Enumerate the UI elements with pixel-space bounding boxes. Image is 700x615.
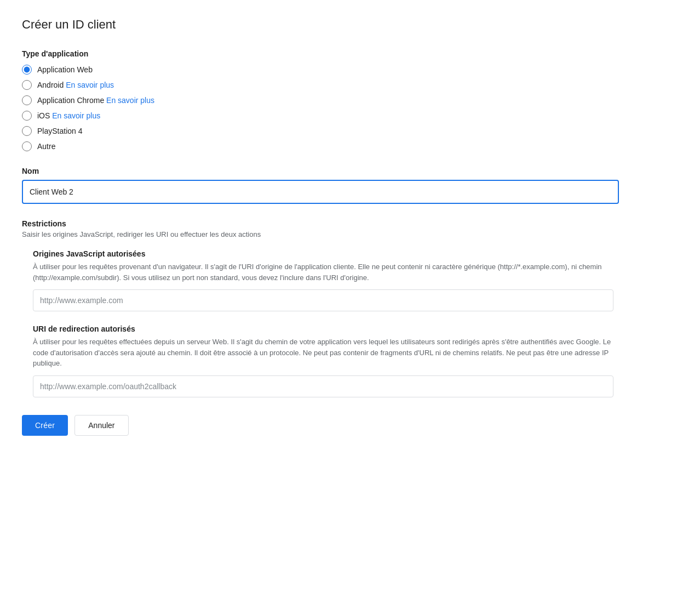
radio-label-ps4: PlayStation 4 — [37, 127, 83, 135]
radio-ios[interactable] — [22, 111, 32, 121]
radio-item-chrome[interactable]: Application Chrome En savoir plus — [22, 95, 678, 105]
js-origins-desc: À utiliser pour les requêtes provenant d… — [33, 261, 613, 283]
learn-more-chrome[interactable]: En savoir plus — [106, 96, 154, 105]
radio-ps4[interactable] — [22, 126, 32, 136]
radio-label-web: Application Web — [37, 65, 93, 74]
js-origins-section: Origines JavaScript autorisées À utilise… — [22, 249, 678, 311]
radio-chrome[interactable] — [22, 95, 32, 105]
radio-item-android[interactable]: Android En savoir plus — [22, 80, 678, 90]
radio-item-other[interactable]: Autre — [22, 141, 678, 151]
radio-android[interactable] — [22, 80, 32, 90]
restrictions-title: Restrictions — [22, 219, 678, 228]
app-type-label: Type d'application — [22, 49, 678, 58]
radio-other[interactable] — [22, 141, 32, 151]
nom-label: Nom — [22, 167, 678, 175]
learn-more-ios[interactable]: En savoir plus — [52, 111, 100, 120]
radio-web[interactable] — [22, 65, 32, 75]
cancel-button[interactable]: Annuler — [74, 415, 128, 436]
redirect-uris-desc: À utiliser pour les requêtes effectuées … — [33, 337, 613, 369]
radio-label-other: Autre — [37, 142, 55, 151]
restrictions-subtitle: Saisir les origines JavaScript, redirige… — [22, 230, 678, 238]
radio-item-ps4[interactable]: PlayStation 4 — [22, 126, 678, 136]
redirect-uris-title: URI de redirection autorisés — [33, 324, 678, 333]
js-origins-title: Origines JavaScript autorisées — [33, 249, 678, 258]
nom-input[interactable] — [22, 180, 619, 204]
radio-item-ios[interactable]: iOS En savoir plus — [22, 111, 678, 121]
app-type-radio-group: Application Web Android En savoir plus A… — [22, 65, 678, 151]
nom-field-group: Nom — [22, 167, 678, 204]
page-title: Créer un ID client — [22, 18, 678, 32]
radio-item-web[interactable]: Application Web — [22, 65, 678, 75]
radio-label-chrome: Application Chrome En savoir plus — [37, 96, 154, 105]
action-buttons: Créer Annuler — [22, 415, 678, 436]
create-button[interactable]: Créer — [22, 415, 68, 436]
radio-label-ios: iOS En savoir plus — [37, 111, 100, 120]
js-origins-input[interactable] — [33, 289, 613, 311]
redirect-uris-section: URI de redirection autorisés À utiliser … — [22, 324, 678, 397]
learn-more-android[interactable]: En savoir plus — [66, 81, 114, 89]
redirect-uris-input[interactable] — [33, 375, 613, 397]
radio-label-android: Android En savoir plus — [37, 81, 114, 89]
restrictions-section: Restrictions Saisir les origines JavaScr… — [22, 219, 678, 397]
